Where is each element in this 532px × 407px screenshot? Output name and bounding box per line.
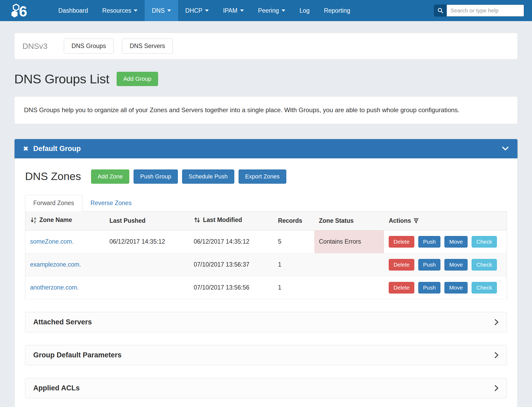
schedule-push-button[interactable]: Schedule Push xyxy=(182,169,234,184)
column-header-last-modified[interactable]: Last Modified xyxy=(189,211,273,230)
chevron-down-icon xyxy=(502,146,509,151)
move-button[interactable]: Move xyxy=(444,236,467,248)
add-zone-button[interactable]: Add Zone xyxy=(91,169,129,184)
column-header-records: Records xyxy=(273,211,314,230)
dns-groups-button[interactable]: DNS Groups xyxy=(64,39,113,54)
group-panel-body: DNS Zones Add Zone Push Group Schedule P… xyxy=(15,158,517,407)
nav-label: IPAM xyxy=(223,7,238,14)
sort-alpha-icon: A Z xyxy=(30,216,37,224)
delete-button[interactable]: Delete xyxy=(389,236,414,248)
last-modified-cell: 07/10/2017 13:56:56 xyxy=(189,276,273,299)
page-header: DNS Groups List Add Group xyxy=(14,72,518,86)
filter-icon[interactable] xyxy=(413,217,419,224)
chevron-right-icon xyxy=(494,319,499,326)
column-label: Actions xyxy=(389,217,411,224)
push-button[interactable]: Push xyxy=(418,236,440,248)
zone-status-cell: Contains Errors xyxy=(314,230,384,253)
nav-item-dashboard[interactable]: Dashboard xyxy=(51,0,95,21)
export-zones-button[interactable]: Export Zones xyxy=(239,169,286,184)
check-button[interactable]: Check xyxy=(472,282,497,294)
svg-text:A: A xyxy=(34,217,36,220)
section-attached-servers[interactable]: Attached Servers xyxy=(25,312,507,332)
records-cell: 5 xyxy=(273,230,314,253)
main-nav: Dashboard Resources DNS DHCP IPAM Peerin… xyxy=(51,0,357,21)
sort-updown-icon xyxy=(194,216,201,224)
nav-label: Log xyxy=(300,7,310,14)
section-label: Attached Servers xyxy=(33,318,92,326)
zones-tabs: Forward Zones Reverse Zones xyxy=(25,195,507,211)
tab-reverse-zones[interactable]: Reverse Zones xyxy=(82,195,140,211)
nav-item-resources[interactable]: Resources xyxy=(95,0,145,21)
nav-item-dns[interactable]: DNS xyxy=(145,0,178,21)
push-button[interactable]: Push xyxy=(418,259,440,271)
chevron-right-icon xyxy=(494,385,499,392)
caret-down-icon xyxy=(205,10,209,12)
nav-item-peering[interactable]: Peering xyxy=(251,0,292,21)
zones-heading: DNS Zones xyxy=(25,170,81,183)
group-panel: ✖ Default Group DNS Zones Add Zone Push … xyxy=(14,139,518,407)
nav-item-log[interactable]: Log xyxy=(292,0,317,21)
column-header-actions: Actions xyxy=(384,211,507,230)
last-modified-cell: 06/12/2017 14:35:12 xyxy=(189,230,273,253)
column-header-zone-name[interactable]: A Z Zone Name xyxy=(25,211,105,230)
check-button[interactable]: Check xyxy=(472,259,497,271)
groups-description: DNS Groups help you to organize all of y… xyxy=(14,96,518,124)
last-pushed-cell: 06/12/2017 14:35:12 xyxy=(105,230,189,253)
caret-down-icon xyxy=(282,10,285,12)
records-cell: 1 xyxy=(273,253,314,276)
nav-item-dhcp[interactable]: DHCP xyxy=(178,0,216,21)
nav-label: Dashboard xyxy=(58,7,88,14)
caret-down-icon xyxy=(134,10,137,12)
zones-header: DNS Zones Add Zone Push Group Schedule P… xyxy=(25,169,507,184)
zone-link[interactable]: examplezone.com. xyxy=(30,261,81,268)
push-button[interactable]: Push xyxy=(418,282,440,294)
section-applied-acls[interactable]: Applied ACLs xyxy=(25,378,507,398)
dns-servers-button[interactable]: DNS Servers xyxy=(122,39,173,54)
last-pushed-cell xyxy=(105,253,189,276)
caret-down-icon xyxy=(167,10,171,12)
zone-link[interactable]: anotherzone.com. xyxy=(30,284,79,291)
hexagon-logo-icon: 6 xyxy=(11,3,33,18)
last-modified-cell: 07/10/2017 13:56:37 xyxy=(189,253,273,276)
caret-down-icon xyxy=(240,10,244,12)
check-button[interactable]: Check xyxy=(472,236,497,248)
actions-cell: Delete Push Move Check xyxy=(384,253,507,276)
column-header-last-pushed: Last Pushed xyxy=(105,211,189,230)
move-button[interactable]: Move xyxy=(444,259,467,271)
svg-text:Z: Z xyxy=(34,220,36,224)
remove-group-icon[interactable]: ✖ xyxy=(23,145,28,152)
column-header-zone-status: Zone Status xyxy=(314,211,384,230)
actions-cell: Delete Push Move Check xyxy=(384,276,507,299)
table-row: examplezone.com. 07/10/2017 13:56:37 1 D… xyxy=(25,253,507,276)
group-panel-header[interactable]: ✖ Default Group xyxy=(15,139,517,158)
nav-label: Resources xyxy=(102,7,131,14)
column-label: Zone Status xyxy=(319,217,354,224)
search-button[interactable] xyxy=(434,5,447,16)
add-group-button[interactable]: Add Group xyxy=(117,72,158,86)
top-navbar: 6 Dashboard Resources DNS DHCP IPAM Peer… xyxy=(0,0,532,21)
nav-item-ipam[interactable]: IPAM xyxy=(216,0,251,21)
chevron-right-icon xyxy=(494,352,499,359)
tab-forward-zones[interactable]: Forward Zones xyxy=(25,195,82,211)
section-group-default-parameters[interactable]: Group Default Parameters xyxy=(25,345,507,365)
push-group-button[interactable]: Push Group xyxy=(134,169,178,184)
section-label: DNSv3 xyxy=(22,42,48,51)
column-label: Records xyxy=(278,217,302,224)
nav-item-reporting[interactable]: Reporting xyxy=(317,0,357,21)
nav-label: DNS xyxy=(152,7,165,14)
nav-label: DHCP xyxy=(185,7,202,14)
search-input[interactable] xyxy=(447,5,524,16)
move-button[interactable]: Move xyxy=(444,282,467,294)
table-header-row: A Z Zone Name Last Pushed xyxy=(25,211,507,230)
zone-link[interactable]: someZone.com. xyxy=(30,238,74,245)
delete-button[interactable]: Delete xyxy=(389,259,414,271)
delete-button[interactable]: Delete xyxy=(389,282,414,294)
nav-label: Peering xyxy=(258,7,279,14)
collapse-toggle[interactable] xyxy=(502,146,509,151)
search-icon xyxy=(437,7,444,14)
group-title: Default Group xyxy=(33,145,81,153)
app-logo[interactable]: 6 xyxy=(11,0,33,21)
column-label: Last Pushed xyxy=(110,217,146,224)
table-row: someZone.com. 06/12/2017 14:35:12 06/12/… xyxy=(25,230,507,253)
zone-status-cell xyxy=(314,253,384,276)
